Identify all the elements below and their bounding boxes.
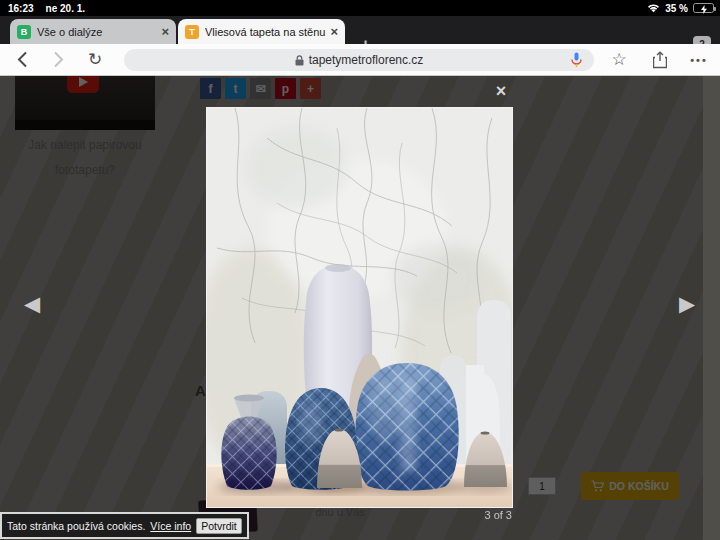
- cookie-more-info-link[interactable]: Více info: [150, 520, 191, 532]
- page-content: Jak nalepit papirovou fototapetu? f t ✉ …: [0, 76, 720, 540]
- tab-strip: B Vše o dialýze × T Vliesová tapeta na s…: [0, 16, 720, 44]
- status-time: 16:23: [8, 3, 34, 14]
- carousel-next-icon[interactable]: ▶: [679, 292, 695, 316]
- url-text: tapetymetroflorenc.cz: [309, 53, 424, 67]
- charging-bolt-icon: [701, 5, 707, 16]
- reload-icon[interactable]: ↻: [84, 44, 106, 75]
- tab-title: Vše o dialýze: [37, 26, 158, 38]
- forward-icon[interactable]: [48, 44, 68, 75]
- close-tab-icon[interactable]: ×: [161, 24, 169, 39]
- tab-title: Vliesová tapeta na stěnu z k: [205, 26, 327, 38]
- battery-percent: 35 %: [665, 3, 688, 14]
- url-bar[interactable]: tapetymetroflorenc.cz: [124, 49, 594, 71]
- lock-icon: [295, 55, 304, 66]
- tab-vliesova-tapeta[interactable]: T Vliesová tapeta na stěnu z k ×: [178, 19, 345, 44]
- lightbox-photo[interactable]: [206, 107, 513, 508]
- voice-search-icon[interactable]: [571, 52, 582, 71]
- vases-marble-illustration: [207, 108, 512, 507]
- tab-vse-o-dialyze[interactable]: B Vše o dialýze ×: [10, 19, 176, 44]
- cookie-consent-bar: Tato stránka používá cookies. Více info …: [0, 512, 249, 539]
- carousel-prev-icon[interactable]: ◀: [24, 292, 40, 316]
- battery-icon: [693, 3, 714, 13]
- cookie-message: Tato stránka používá cookies.: [7, 520, 145, 532]
- status-bar: 16:23 ne 20. 1. 35 %: [0, 0, 720, 16]
- status-date: ne 20. 1.: [46, 3, 85, 14]
- lightbox-close-icon[interactable]: ×: [489, 80, 513, 102]
- tab-favicon: T: [185, 25, 199, 39]
- back-icon[interactable]: [12, 44, 32, 75]
- overflow-menu-icon[interactable]: •••: [684, 44, 714, 75]
- close-tab-icon[interactable]: ×: [330, 24, 338, 39]
- bookmark-star-icon[interactable]: ☆: [606, 44, 632, 75]
- lightbox-counter: 3 of 3: [452, 509, 512, 521]
- wifi-icon: [647, 3, 660, 13]
- browser-nav-bar: ↻ tapetymetroflorenc.cz ☆ •••: [0, 44, 720, 76]
- cookie-confirm-button[interactable]: Potvrdit: [196, 518, 242, 534]
- share-icon[interactable]: [648, 44, 672, 75]
- tab-favicon: B: [17, 25, 31, 39]
